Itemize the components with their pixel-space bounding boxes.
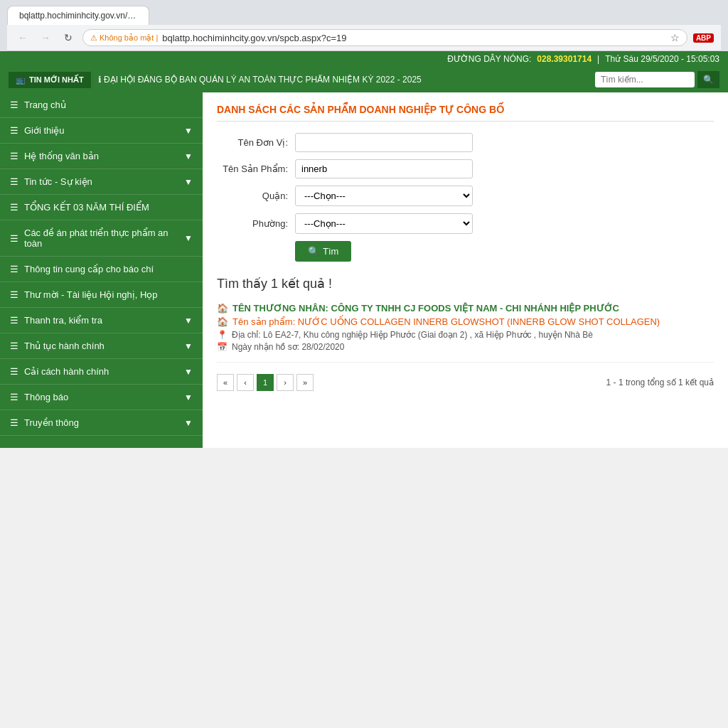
- menu-icon: ☰: [10, 417, 18, 428]
- browser-toolbar: ← → ↻ ⚠ Không bảo mật | ☆ ABP: [7, 25, 721, 51]
- form-row-phuong: Phường: ---Chọn---: [217, 213, 714, 234]
- sidebar-item-thu-tuc[interactable]: ☰ Thủ tục hành chính ▼: [0, 333, 203, 359]
- page-prev-button[interactable]: ‹: [237, 374, 254, 391]
- menu-icon: ☰: [10, 341, 18, 351]
- forward-button[interactable]: →: [37, 29, 54, 46]
- sidebar-item-thanh-tra[interactable]: ☰ Thanh tra, kiểm tra ▼: [0, 308, 203, 333]
- hotline-number: 028.39301714: [537, 54, 592, 64]
- address-bar-wrapper: ⚠ Không bảo mật | ☆: [82, 29, 687, 46]
- reload-button[interactable]: ↻: [60, 29, 77, 46]
- sidebar-item-gioi-thieu[interactable]: ☰ Giới thiệu ▼: [0, 118, 203, 144]
- page-1-button[interactable]: 1: [257, 374, 274, 391]
- location-icon: 📍: [217, 330, 228, 340]
- site-search-button[interactable]: 🔍: [697, 71, 719, 88]
- sidebar: ☰ Trang chủ ☰ Giới thiệu ▼ ☰ Hệ thống vă…: [0, 92, 203, 448]
- input-don-vi[interactable]: [295, 133, 473, 152]
- sidebar-item-label: Cải cách hành chính: [24, 366, 109, 377]
- sidebar-item-label: Tin tức - Sự kiện: [24, 176, 92, 187]
- address-label: Địa chỉ: Lô EA2-7, Khu công nghiệp Hiệp …: [232, 330, 593, 340]
- sidebar-item-label: Thông tin cung cấp cho báo chí: [24, 264, 154, 274]
- form-row-submit: 🔍 Tìm: [217, 241, 714, 262]
- browser-tabs: bqlattp.hochiminhcity.gov.vn/spcb.aspx?c…: [7, 6, 721, 25]
- sidebar-item-tong-ket[interactable]: ☰ TỔNG KẾT 03 NĂM THÍ ĐIỂM: [0, 195, 203, 220]
- browser-tab[interactable]: bqlattp.hochiminhcity.gov.vn/spcb.aspx?c…: [7, 6, 149, 25]
- separator: |: [156, 33, 158, 42]
- form-row-san-pham: Tên Sản Phẩm:: [217, 159, 714, 178]
- sidebar-item-cai-cach[interactable]: ☰ Cải cách hành chính ▼: [0, 359, 203, 385]
- logo-text: TIN MỚI NHẤT: [29, 75, 84, 85]
- product-label[interactable]: Tên sản phẩm: NƯỚC UỐNG COLLAGEN INNERB …: [232, 316, 660, 327]
- warning-icon: ⚠: [90, 33, 97, 43]
- sidebar-item-trang-chu[interactable]: ☰ Trang chủ: [0, 92, 203, 118]
- sidebar-item-label: Hệ thống văn bản: [24, 151, 99, 161]
- security-warning-text: Không bảo mật: [100, 33, 154, 43]
- separator: |: [597, 54, 599, 64]
- sidebar-item-truyen-thong[interactable]: ☰ Truyền thông ▼: [0, 410, 203, 436]
- result-info: 1 - 1 trong tổng số 1 kết quả: [606, 378, 714, 387]
- company-label[interactable]: TÊN THƯƠNG NHÂN: CÔNG TY TNHH CJ FOODS V…: [232, 303, 619, 314]
- menu-icon: ☰: [10, 392, 18, 402]
- content-area: DANH SÁCH CÁC SẢN PHẨM DOANH NGHIỆP TỰ C…: [203, 92, 728, 448]
- site-search-input[interactable]: [595, 72, 695, 87]
- product-icon: 🏠: [217, 316, 228, 327]
- sidebar-item-label: TỔNG KẾT 03 NĂM THÍ ĐIỂM: [24, 202, 149, 213]
- back-button[interactable]: ←: [14, 29, 31, 46]
- label-don-vi: Tên Đơn Vị:: [217, 137, 288, 148]
- menu-icon: ☰: [10, 151, 18, 161]
- chevron-down-icon: ▼: [184, 316, 193, 326]
- search-bar-wrapper: 🔍: [595, 71, 719, 88]
- result-product: 🏠 Tên sản phẩm: NƯỚC UỐNG COLLAGEN INNER…: [217, 316, 714, 327]
- page-first-button[interactable]: «: [217, 374, 234, 391]
- security-warning: ⚠ Không bảo mật |: [90, 33, 158, 43]
- abp-badge[interactable]: ABP: [693, 33, 714, 43]
- main-layout: ☰ Trang chủ ☰ Giới thiệu ▼ ☰ Hệ thống vă…: [0, 92, 728, 448]
- browser-chrome: bqlattp.hochiminhcity.gov.vn/spcb.aspx?c…: [0, 0, 728, 51]
- menu-icon: ☰: [10, 315, 18, 326]
- label-phuong: Phường:: [217, 218, 288, 229]
- menu-icon: ☰: [10, 233, 18, 244]
- page-last-button[interactable]: »: [296, 374, 314, 391]
- home-icon: 🏠: [217, 303, 228, 314]
- news-marquee: ℹ ĐẠI HỘI ĐẢNG BỘ BAN QUẢN LÝ AN TOÀN TH…: [98, 75, 588, 85]
- top-bar: ĐƯỜNG DÂY NÓNG: 028.39301714 | Thứ Sáu 2…: [0, 51, 728, 67]
- page-next-button[interactable]: ›: [277, 374, 294, 391]
- sidebar-item-tin-tuc[interactable]: ☰ Tin tức - Sự kiện ▼: [0, 169, 203, 195]
- sidebar-item-he-thong-van-ban[interactable]: ☰ Hệ thống văn bản ▼: [0, 144, 203, 169]
- chevron-down-icon: ▼: [184, 392, 193, 402]
- select-phuong[interactable]: ---Chọn---: [295, 213, 473, 234]
- page-controls: « ‹ 1 › »: [217, 374, 314, 391]
- menu-icon: ☰: [10, 100, 18, 110]
- sidebar-item-thu-moi[interactable]: ☰ Thư mời - Tài liệu Hội nghị, Họp: [0, 282, 203, 308]
- address-input[interactable]: [162, 33, 666, 43]
- sidebar-item-label: Truyền thông: [24, 417, 79, 428]
- sidebar-item-label: Thông báo: [24, 392, 68, 402]
- bookmark-icon[interactable]: ☆: [670, 32, 680, 43]
- site-header: 📺 TIN MỚI NHẤT ℹ ĐẠI HỘI ĐẢNG BỘ BAN QUẢ…: [0, 67, 728, 92]
- form-row-quan: Quận: ---Chọn---: [217, 186, 714, 206]
- results-count: Tìm thấy 1 kết quả !: [217, 276, 714, 291]
- chevron-down-icon: ▼: [184, 418, 193, 428]
- result-date: 📅 Ngày nhận hồ sơ: 28/02/2020: [217, 342, 714, 352]
- select-quan[interactable]: ---Chọn---: [295, 186, 473, 206]
- date-label: Ngày nhận hồ sơ: 28/02/2020: [232, 342, 344, 352]
- logo-badge[interactable]: 📺 TIN MỚI NHẤT: [9, 72, 91, 88]
- result-card: 🏠 TÊN THƯƠNG NHÂN: CÔNG TY TNHH CJ FOODS…: [217, 303, 714, 363]
- website-container: ĐƯỜNG DÂY NÓNG: 028.39301714 | Thứ Sáu 2…: [0, 51, 728, 448]
- sidebar-item-cac-de-an[interactable]: ☰ Các đề án phát triển thực phẩm an toàn…: [0, 220, 203, 257]
- page-title: DANH SÁCH CÁC SẢN PHẨM DOANH NGHIỆP TỰ C…: [217, 104, 714, 122]
- sidebar-item-thong-tin-bao-chi[interactable]: ☰ Thông tin cung cấp cho báo chí: [0, 257, 203, 282]
- menu-icon: ☰: [10, 202, 18, 213]
- sidebar-item-thong-bao[interactable]: ☰ Thông báo ▼: [0, 385, 203, 410]
- search-form: Tên Đơn Vị: Tên Sản Phẩm: Quận: ---Chọn-…: [217, 133, 714, 262]
- menu-icon: ☰: [10, 289, 18, 300]
- sidebar-item-label: Giới thiệu: [24, 125, 64, 136]
- pagination: « ‹ 1 › » 1 - 1 trong tổng số 1 kết quả: [217, 374, 714, 391]
- label-san-pham: Tên Sản Phẩm:: [217, 164, 288, 174]
- chevron-down-icon: ▼: [184, 177, 193, 187]
- search-submit-button[interactable]: 🔍 Tìm: [295, 241, 351, 262]
- chevron-down-icon: ▼: [184, 151, 193, 161]
- input-san-pham[interactable]: [295, 159, 473, 178]
- menu-icon: ☰: [10, 125, 18, 136]
- label-quan: Quận:: [217, 191, 288, 201]
- sidebar-item-label: Thủ tục hành chính: [24, 341, 105, 351]
